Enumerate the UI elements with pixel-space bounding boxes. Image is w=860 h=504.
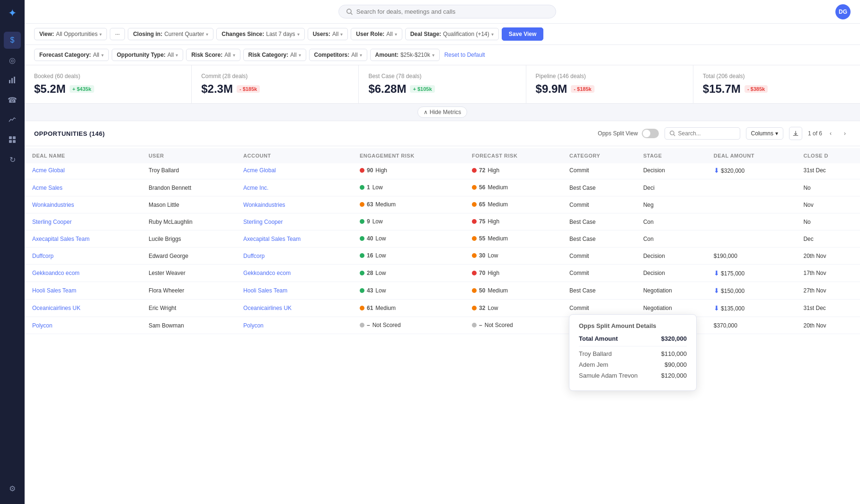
opps-split-label: Opps Split View	[598, 130, 638, 137]
user-role-filter[interactable]: User Role: All ▾	[351, 28, 402, 40]
competitors-filter[interactable]: Competitors: All ▾	[309, 49, 367, 61]
sidebar-item-targets[interactable]: ◎	[4, 52, 21, 69]
sidebar-item-settings[interactable]: ⚙	[4, 480, 21, 497]
cell-close-date: Dec	[796, 230, 860, 248]
opps-split-toggle[interactable]	[642, 129, 659, 138]
cell-account[interactable]: Wonkaindustries	[236, 196, 352, 213]
account-link[interactable]: Acme Global	[243, 167, 276, 174]
account-link[interactable]: Oceanicairlines UK	[243, 305, 292, 311]
save-view-button[interactable]: Save View	[502, 27, 544, 41]
cell-amount	[706, 230, 796, 248]
more-filters-btn[interactable]: ···	[110, 28, 125, 40]
metric-commit-label: Commit (28 deals)	[201, 73, 349, 80]
cell-user: Lester Weaver	[141, 265, 236, 282]
global-search[interactable]	[338, 5, 556, 18]
filter-bar-row1: View: All Opportunities ▾ ··· Closing in…	[25, 24, 860, 45]
cell-deal-name[interactable]: Sterling Cooper	[25, 213, 141, 230]
sidebar-item-analytics[interactable]	[4, 111, 21, 128]
eng-dot	[360, 168, 364, 173]
risk-score-filter[interactable]: Risk Score: All ▾	[186, 49, 240, 61]
view-filter[interactable]: View: All Opportunities ▾	[34, 28, 107, 40]
deal-link[interactable]: Axecapital Sales Team	[32, 236, 89, 242]
deal-link[interactable]: Sterling Cooper	[32, 219, 71, 225]
deal-link[interactable]: Acme Sales	[32, 185, 62, 191]
amount-filter[interactable]: Amount: $25k-$210k ▾	[370, 49, 440, 61]
cell-account[interactable]: Hooli Sales Team	[236, 282, 352, 300]
changes-filter[interactable]: Changes Since: Last 7 days ▾	[216, 28, 304, 40]
next-page-button[interactable]: ›	[839, 128, 851, 139]
cell-account[interactable]: Oceanicairlines UK	[236, 300, 352, 317]
table-search[interactable]	[665, 127, 740, 140]
deal-link[interactable]: Oceanicairlines UK	[32, 305, 80, 311]
eng-dot	[360, 288, 364, 293]
trend-down-icon: ⬇	[714, 167, 719, 174]
columns-button[interactable]: Columns ▾	[746, 127, 783, 140]
cell-deal-name[interactable]: Axecapital Sales Team	[25, 230, 141, 248]
cell-stage: Con	[636, 213, 706, 230]
account-link[interactable]: Hooli Sales Team	[243, 287, 287, 294]
account-link[interactable]: Duffcorp	[243, 253, 265, 259]
closing-filter[interactable]: Closing in: Current Quarter ▾	[128, 28, 213, 40]
hide-metrics-button[interactable]: ∧ Hide Metrics	[417, 106, 468, 118]
metric-total-value: $15.7M - $385k	[703, 82, 851, 96]
forecast-value: All	[93, 52, 99, 58]
users-filter-value: All	[332, 31, 338, 37]
cell-account[interactable]: Duffcorp	[236, 248, 352, 265]
cell-eng-risk: 9 Low	[352, 213, 464, 230]
cell-forecast-risk: 55 Medium	[464, 230, 562, 248]
eng-text: Medium	[375, 201, 396, 208]
sidebar-item-deals[interactable]: $	[4, 32, 21, 49]
account-link[interactable]: Sterling Cooper	[243, 219, 283, 225]
col-category: CATEGORY	[562, 148, 636, 164]
cell-account[interactable]: Gekkoandco ecom	[236, 265, 352, 282]
account-link[interactable]: Polycon	[243, 322, 264, 329]
tooltip-split-name-0: Troy Ballard	[579, 350, 612, 357]
cell-deal-name[interactable]: Hooli Sales Team	[25, 282, 141, 300]
sidebar-item-calls[interactable]: ☎	[4, 91, 21, 108]
account-link[interactable]: Acme Inc.	[243, 185, 268, 191]
forecast-text: High	[488, 218, 499, 225]
cell-account[interactable]: Acme Inc.	[236, 179, 352, 196]
reset-to-default-link[interactable]: Reset to Default	[444, 52, 485, 58]
table-search-input[interactable]	[678, 130, 735, 137]
cell-account[interactable]: Acme Global	[236, 162, 352, 179]
svg-point-7	[346, 9, 351, 13]
cell-eng-risk: 63 Medium	[352, 196, 464, 213]
cell-account[interactable]: Polycon	[236, 317, 352, 334]
cell-deal-name[interactable]: Acme Sales	[25, 179, 141, 196]
avatar[interactable]: DG	[835, 4, 851, 19]
account-link[interactable]: Wonkaindustries	[243, 202, 285, 208]
forecast-dot	[472, 253, 477, 258]
cell-deal-name[interactable]: Gekkoandco ecom	[25, 265, 141, 282]
risk-cat-filter[interactable]: Risk Category: All ▾	[243, 49, 306, 61]
account-link[interactable]: Gekkoandco ecom	[243, 270, 291, 276]
cell-eng-risk: – Not Scored	[352, 317, 464, 334]
users-filter[interactable]: Users: All ▾	[308, 28, 348, 40]
cell-deal-name[interactable]: Polycon	[25, 317, 141, 334]
competitors-label: Competitors:	[314, 52, 350, 58]
eng-score: 90	[367, 167, 373, 174]
cell-account[interactable]: Sterling Cooper	[236, 213, 352, 230]
deal-link[interactable]: Duffcorp	[32, 253, 53, 259]
deal-stage-filter[interactable]: Deal Stage: Qualification (+14) ▾	[405, 28, 499, 40]
cell-deal-name[interactable]: Oceanicairlines UK	[25, 300, 141, 317]
deal-link[interactable]: Hooli Sales Team	[32, 287, 76, 294]
cell-account[interactable]: Axecapital Sales Team	[236, 230, 352, 248]
search-input[interactable]	[356, 8, 548, 15]
deal-link[interactable]: Wonkaindustries	[32, 202, 74, 208]
sidebar-item-charts[interactable]	[4, 71, 21, 88]
deal-link[interactable]: Gekkoandco ecom	[32, 270, 80, 276]
account-link[interactable]: Axecapital Sales Team	[243, 236, 301, 242]
sidebar-item-refresh[interactable]: ↻	[4, 151, 21, 168]
deal-link[interactable]: Polycon	[32, 322, 53, 329]
prev-page-button[interactable]: ‹	[825, 128, 836, 139]
forecast-filter[interactable]: Forecast Category: All ▾	[34, 49, 109, 61]
cell-deal-name[interactable]: Duffcorp	[25, 248, 141, 265]
sidebar-item-table[interactable]	[4, 131, 21, 148]
cell-deal-name[interactable]: Wonkaindustries	[25, 196, 141, 213]
opp-type-filter[interactable]: Opportunity Type: All ▾	[112, 49, 183, 61]
app-logo[interactable]: ✦	[5, 6, 20, 21]
download-button[interactable]	[789, 127, 802, 140]
cell-deal-name[interactable]: Acme Global	[25, 162, 141, 179]
deal-link[interactable]: Acme Global	[32, 167, 65, 174]
